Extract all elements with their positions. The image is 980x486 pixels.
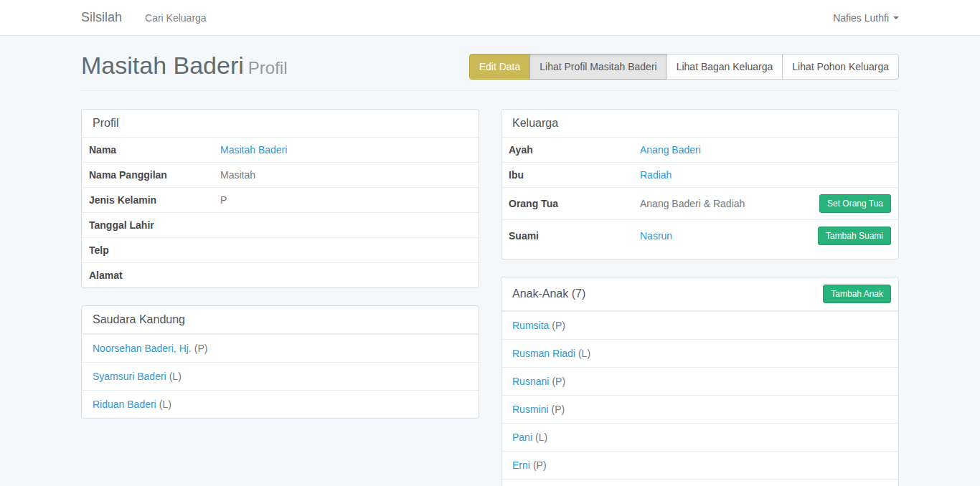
page-subtitle: Profil [248,58,288,77]
navbar: Silsilah Cari Keluarga Nafies Luthfi [0,0,980,36]
keluarga-title: Keluarga [512,117,558,130]
list-item: Erni(P) [501,451,898,479]
nama-link[interactable]: Masitah Baderi [220,144,287,156]
page-title: Masitah BaderiProfil [81,52,287,82]
table-row: Ayah Anang Baderi [501,138,898,163]
anak-anak-title: Anak-Anak (7) [512,287,585,300]
row-label: Ayah [501,138,634,163]
saudara-kandung-heading: Saudara Kandung [82,306,479,334]
row-value [215,213,479,238]
row-value: P [215,188,479,213]
child-link[interactable]: Erni [512,459,530,471]
profil-panel: Profil Nama Masitah Baderi Nama Panggila… [81,109,479,288]
child-link[interactable]: Rusmini [512,404,549,415]
suami-link[interactable]: Nasrun [640,230,672,242]
gender-label: (L) [169,371,182,382]
sibling-link[interactable]: Syamsuri Baderi [93,371,166,382]
nav-item-cari-keluarga[interactable]: Cari Keluarga [145,12,207,24]
tambah-anak-button[interactable]: Tambah Anak [823,285,891,303]
user-dropdown[interactable]: Nafies Luthfi [833,12,899,24]
set-orang-tua-button[interactable]: Set Orang Tua [819,194,891,213]
list-item: Rusman Riadi(L) [501,339,898,367]
gender-label: (P) [552,376,565,387]
keluarga-table: Ayah Anang Baderi Ibu Radiah Orang Tua A… [501,138,898,252]
row-value: Masitah [215,163,479,188]
list-item: Rumsita(P) [501,311,898,339]
profil-table: Nama Masitah Baderi Nama Panggilan Masit… [82,138,479,287]
keluarga-panel: Keluarga Ayah Anang Baderi Ibu Radiah Or… [501,109,899,259]
brand-link[interactable]: Silsilah [81,10,122,25]
row-label: Suami [501,220,634,252]
gender-label: (L) [535,432,547,443]
child-link[interactable]: Rumsita [512,320,549,331]
row-label: Alamat [82,263,215,288]
child-link[interactable]: Rusman Riadi [512,348,575,359]
table-row: Nama Masitah Baderi [82,138,479,163]
row-label: Nama [82,138,215,163]
anak-anak-heading: Anak-Anak (7) Tambah Anak [501,277,898,311]
gender-label: (L) [578,348,590,359]
list-item: Pani(L) [501,423,898,451]
tambah-suami-button[interactable]: Tambah Suami [818,227,891,245]
gender-label: (L) [159,399,171,410]
row-label: Telp [82,238,215,263]
user-name: Nafies Luthfi [833,12,889,24]
chevron-down-icon [893,16,899,19]
profile-action-group: Edit Data Lihat Profil Masitah Baderi Li… [469,54,899,80]
anak-anak-panel: Anak-Anak (7) Tambah Anak Rumsita(P) Rus… [501,277,899,486]
sibling-link[interactable]: Noorsehan Baderi, Hj. [93,343,192,354]
table-row: Nama Panggilan Masitah [82,163,479,188]
lihat-pohon-keluarga-button[interactable]: Lihat Pohon Keluarga [782,54,899,80]
list-item: Noorsehan Baderi, Hj.(P) [82,334,479,362]
child-link[interactable]: Pani [512,432,532,443]
row-label: Orang Tua [501,188,634,220]
list-item: Rusmini(P) [501,395,898,423]
orang-tua-value: Anang Baderi & Radiah [634,188,786,220]
row-label: Ibu [501,163,634,188]
child-link[interactable]: Rusnani [512,376,549,387]
profil-panel-heading: Profil [82,110,479,138]
lihat-profil-button[interactable]: Lihat Profil Masitah Baderi [529,54,666,80]
row-value [215,263,479,288]
saudara-kandung-title: Saudara Kandung [93,313,185,326]
lihat-bagan-keluarga-button[interactable]: Lihat Bagan Keluarga [666,54,783,80]
row-label: Nama Panggilan [82,163,215,188]
row-label: Jenis Kelamin [82,188,215,213]
gender-label: (P) [552,404,565,415]
ibu-link[interactable]: Radiah [640,169,672,181]
table-row: Ibu Radiah [501,163,898,188]
list-item: Syamsuri Baderi(L) [82,362,479,390]
table-row: Suami Nasrun Tambah Suami [501,220,898,252]
sibling-link[interactable]: Riduan Baderi [93,399,156,410]
list-item [501,479,898,486]
list-item: Rusnani(P) [501,367,898,395]
ayah-link[interactable]: Anang Baderi [640,144,701,156]
gender-label: (P) [533,459,547,471]
gender-label: (P) [552,320,565,331]
gender-label: (P) [194,343,208,354]
table-row: Orang Tua Anang Baderi & Radiah Set Oran… [501,188,898,220]
edit-data-button[interactable]: Edit Data [469,54,531,80]
profil-panel-title: Profil [93,117,118,130]
list-item: Riduan Baderi(L) [82,390,479,418]
table-row: Telp [82,238,479,263]
person-name: Masitah Baderi [81,52,244,79]
table-row: Tanggal Lahir [82,213,479,238]
table-row: Jenis Kelamin P [82,188,479,213]
table-row: Alamat [82,263,479,288]
row-label: Tanggal Lahir [82,213,215,238]
saudara-kandung-panel: Saudara Kandung Noorsehan Baderi, Hj.(P)… [81,305,479,419]
page-header: Masitah BaderiProfil Edit Data Lihat Pro… [81,52,899,91]
keluarga-heading: Keluarga [501,110,898,138]
row-value [215,238,479,263]
